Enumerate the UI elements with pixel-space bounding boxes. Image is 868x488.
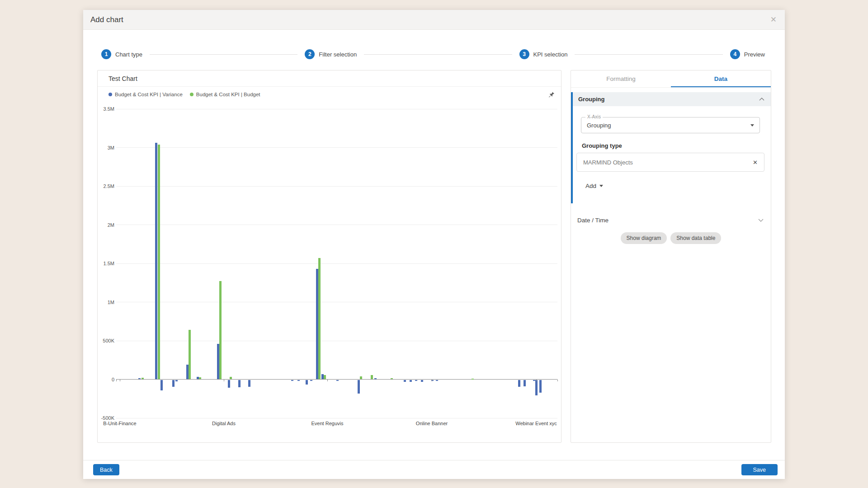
stepper-connector <box>364 54 512 55</box>
bar <box>371 375 373 379</box>
modal-header: Add chart ✕ <box>83 10 785 30</box>
y-axis-tick-label: 1.5M <box>96 260 114 267</box>
y-axis-tick-label: -500K <box>96 415 114 421</box>
y-axis-tick-label: 1M <box>96 299 114 305</box>
panel-actions: Show diagram Show data table <box>571 232 771 244</box>
grouping-accordion-body: X-Axis Grouping Grouping type MARMIND Ob… <box>571 106 771 203</box>
bar <box>142 378 144 379</box>
x-axis-tick <box>116 380 117 381</box>
bar <box>230 377 232 380</box>
bar <box>324 375 326 379</box>
tab-data[interactable]: Data <box>671 70 771 87</box>
bar <box>219 281 222 379</box>
add-chart-modal: Add chart ✕ 1 Chart type 2 Filter select… <box>83 10 785 479</box>
bar <box>524 380 526 387</box>
show-data-table-button[interactable]: Show data table <box>670 232 721 244</box>
bar <box>336 380 339 381</box>
bar <box>228 380 230 388</box>
pin-icon[interactable] <box>548 91 555 98</box>
bar <box>391 378 393 380</box>
add-dropdown-button[interactable]: Add <box>585 183 603 189</box>
stepper: 1 Chart type 2 Filter selection 3 KPI se… <box>83 45 785 63</box>
legend-item-budget[interactable]: Budget & Cost KPI | Budget <box>190 92 260 97</box>
y-axis-tick-label: 500K <box>96 338 114 344</box>
bar <box>358 380 360 394</box>
save-button[interactable]: Save <box>741 464 778 475</box>
y-axis-tick-label: 0 <box>96 376 114 383</box>
x-axis-category-label: Online Banner <box>416 421 448 426</box>
x-axis-tick <box>224 380 224 381</box>
gridline <box>116 147 557 148</box>
close-icon[interactable]: ✕ <box>770 16 777 23</box>
clear-icon[interactable]: ✕ <box>753 160 758 165</box>
bar <box>436 380 438 381</box>
bar <box>160 380 163 390</box>
chart-title: Test Chart <box>98 70 561 87</box>
grouping-accordion: Grouping X-Axis Grouping Grouping type M… <box>571 92 771 203</box>
y-axis-tick-label: 3M <box>96 145 114 151</box>
panel-tabs: Formatting Data <box>571 70 771 88</box>
x-axis-category-label: Webinar Event xyc <box>515 421 557 426</box>
x-axis-select[interactable]: X-Axis Grouping <box>581 117 760 133</box>
x-axis-tick <box>557 380 558 381</box>
bar <box>175 380 178 382</box>
bar <box>415 380 417 381</box>
chevron-down-icon <box>599 185 603 187</box>
bar <box>360 376 362 380</box>
gridline <box>116 109 557 109</box>
bar <box>172 380 175 387</box>
step-3-badge: 3 <box>519 49 529 59</box>
step-preview[interactable]: 4 Preview <box>730 49 765 59</box>
legend-dot-variance <box>108 93 112 96</box>
chart-legend: Budget & Cost KPI | Variance Budget & Co… <box>98 89 561 100</box>
gridline <box>116 341 557 341</box>
legend-item-variance[interactable]: Budget & Cost KPI | Variance <box>108 92 183 97</box>
y-axis-tick-label: 2M <box>96 222 114 228</box>
settings-panel: Formatting Data Grouping X-Axis Grouping <box>571 70 771 443</box>
bar <box>318 258 321 379</box>
bar <box>535 380 538 395</box>
gridline <box>116 302 557 302</box>
gridline <box>116 186 557 187</box>
show-diagram-button[interactable]: Show diagram <box>621 232 667 244</box>
step-4-badge: 4 <box>730 49 740 59</box>
x-axis-tick <box>327 380 328 381</box>
grouping-accordion-header[interactable]: Grouping <box>571 92 771 106</box>
date-time-section-header[interactable]: Date / Time <box>571 213 771 227</box>
bar <box>404 380 406 382</box>
back-button[interactable]: Back <box>93 464 119 475</box>
gridline <box>116 225 557 225</box>
x-axis-category-label: Digital Ads <box>212 421 236 426</box>
gridline <box>116 263 557 264</box>
step-kpi-selection[interactable]: 3 KPI selection <box>519 49 568 59</box>
bar <box>158 145 160 380</box>
x-axis-tick <box>120 380 120 381</box>
step-chart-type[interactable]: 1 Chart type <box>101 49 142 59</box>
stepper-connector <box>150 54 297 55</box>
bar <box>291 380 293 381</box>
chevron-down-icon <box>750 124 754 127</box>
grouping-type-input[interactable]: MARMIND Objects ✕ <box>576 153 764 172</box>
bar <box>138 378 141 380</box>
page-background: Add chart ✕ 1 Chart type 2 Filter select… <box>0 0 868 488</box>
x-axis-tick <box>432 380 432 381</box>
bar <box>297 380 300 381</box>
bar <box>306 380 308 385</box>
chevron-up-icon <box>759 98 764 101</box>
tab-formatting[interactable]: Formatting <box>571 70 671 87</box>
bar <box>310 380 312 381</box>
bar <box>374 378 377 379</box>
bar <box>199 377 201 379</box>
bar <box>238 380 241 387</box>
bar-chart-plot: 3.5M3M2.5M2M1.5M1M500K0-500KB-Unit-Finan… <box>116 109 557 418</box>
chevron-down-icon <box>758 219 764 222</box>
x-axis-category-label: Event Reguvis <box>311 421 344 426</box>
step-filter-selection[interactable]: 2 Filter selection <box>305 49 357 59</box>
bar <box>518 380 520 387</box>
stepper-connector <box>575 54 722 55</box>
bar <box>410 380 412 382</box>
bar <box>539 380 542 393</box>
step-2-badge: 2 <box>305 49 315 59</box>
x-axis-category-label: B-Unit-Finance <box>103 421 136 426</box>
legend-dot-budget <box>190 93 193 96</box>
